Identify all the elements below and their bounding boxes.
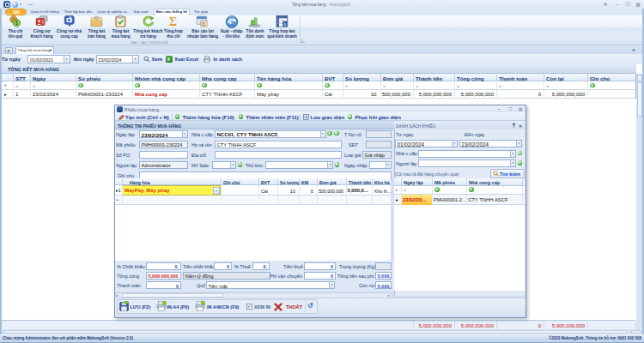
svg-text:x: x <box>283 21 286 27</box>
svg-text:Σ: Σ <box>202 21 206 27</box>
svg-text:$: $ <box>15 20 19 27</box>
svg-text:Σ: Σ <box>169 15 177 27</box>
